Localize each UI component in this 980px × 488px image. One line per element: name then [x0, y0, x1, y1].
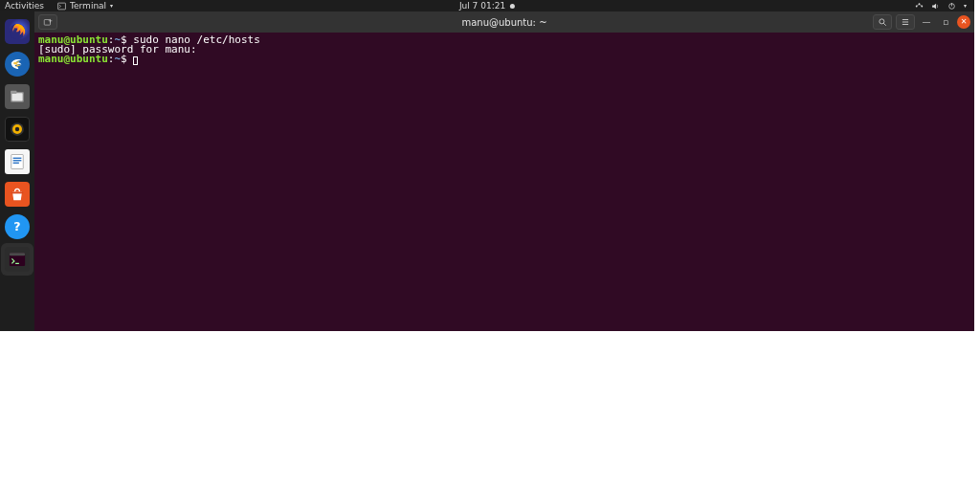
svg-rect-17 — [13, 163, 19, 164]
svg-rect-15 — [13, 158, 22, 159]
speaker-icon — [8, 120, 27, 139]
files-icon — [8, 87, 27, 106]
app-menu-label: Terminal — [70, 0, 106, 11]
app-menu[interactable]: Terminal ▾ — [57, 0, 113, 11]
maximize-button[interactable]: ▫ — [938, 14, 953, 30]
maximize-icon: ▫ — [943, 17, 948, 27]
hamburger-menu-button[interactable] — [896, 14, 915, 30]
tab-plus-icon — [43, 17, 53, 27]
notification-dot-icon — [510, 4, 515, 9]
svg-line-27 — [883, 23, 886, 26]
minimize-icon: — — [923, 17, 931, 27]
cursor — [133, 56, 138, 65]
svg-rect-10 — [11, 91, 16, 94]
terminal-line: manu@ubuntu:~$ — [38, 55, 970, 65]
dock-item-terminal[interactable]: Terminal — [5, 247, 30, 272]
dock-item-thunderbird[interactable] — [5, 52, 30, 77]
system-status-area[interactable]: ▾ — [915, 0, 974, 11]
terminal-viewport[interactable]: manu@ubuntu:~$ sudo nano /etc/hosts[sudo… — [34, 33, 974, 331]
search-icon — [878, 17, 887, 27]
document-icon — [8, 152, 27, 171]
gnome-top-bar: Activities Terminal ▾ Jul 7 01:21 — [0, 0, 974, 11]
help-icon: ? — [8, 217, 27, 236]
prompt-user: manu@ubuntu — [38, 53, 108, 65]
volume-icon — [931, 2, 940, 11]
dock-item-ubuntu-software[interactable] — [5, 182, 30, 207]
thunderbird-icon — [8, 55, 27, 74]
window-title: manu@ubuntu: ~ — [461, 17, 546, 28]
desktop: Activities Terminal ▾ Jul 7 01:21 — [0, 0, 974, 331]
svg-point-13 — [15, 127, 19, 131]
close-icon: ✕ — [961, 17, 968, 26]
search-button[interactable] — [873, 14, 892, 30]
dock-item-rhythmbox[interactable] — [5, 117, 30, 142]
new-tab-button[interactable] — [38, 14, 57, 30]
close-button[interactable]: ✕ — [957, 15, 970, 29]
power-icon — [947, 2, 956, 11]
header-bar: manu@ubuntu: ~ — ▫ — [34, 11, 974, 33]
svg-rect-9 — [11, 93, 22, 100]
hamburger-icon — [901, 17, 910, 27]
dock-item-libreoffice-writer[interactable] — [5, 149, 30, 174]
svg-rect-23 — [44, 20, 50, 26]
terminal-line: [sudo] password for manu: — [38, 45, 970, 55]
dock-item-firefox[interactable] — [5, 19, 30, 44]
svg-rect-14 — [11, 155, 24, 169]
dock-item-files[interactable] — [5, 84, 30, 109]
svg-text:?: ? — [13, 219, 20, 233]
dock: ? Terminal — [0, 11, 34, 331]
svg-point-26 — [880, 19, 884, 24]
svg-rect-16 — [13, 160, 22, 161]
minimize-button[interactable]: — — [919, 14, 934, 30]
terminal-icon — [57, 2, 66, 11]
clock-label: Jul 7 01:21 — [459, 0, 505, 11]
network-icon — [915, 2, 924, 11]
firefox-icon — [8, 22, 27, 41]
shopping-bag-icon — [8, 185, 27, 204]
clock[interactable]: Jul 7 01:21 — [459, 0, 515, 11]
terminal-window: manu@ubuntu: ~ — ▫ — [34, 11, 974, 331]
chevron-down-icon: ▾ — [964, 0, 967, 11]
svg-rect-21 — [10, 253, 25, 255]
dock-item-help[interactable]: ? — [5, 214, 30, 239]
activities-button[interactable]: Activities — [5, 0, 44, 11]
terminal-icon — [8, 250, 27, 269]
chevron-down-icon: ▾ — [110, 0, 113, 11]
svg-rect-0 — [58, 3, 66, 10]
